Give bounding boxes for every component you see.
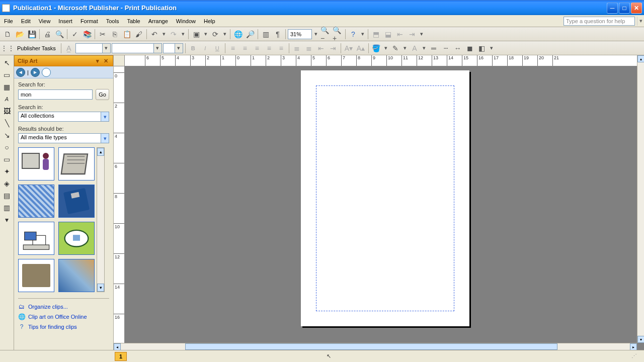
search-in-combo[interactable]: All collections ▾: [18, 112, 109, 122]
scroll-up-icon[interactable]: ▴: [637, 55, 644, 62]
menu-table[interactable]: Table: [123, 17, 144, 26]
menu-arrange[interactable]: Arrange: [144, 17, 172, 26]
open-icon[interactable]: 📂: [14, 29, 25, 40]
menu-help[interactable]: Help: [200, 17, 219, 26]
chevron-down-icon[interactable]: ▾: [102, 44, 110, 53]
menu-view[interactable]: View: [35, 17, 55, 26]
rotate-icon[interactable]: ⟳: [210, 29, 221, 40]
order-dropdown-icon[interactable]: ▾: [203, 29, 209, 40]
font-color-dropdown-icon[interactable]: ▾: [421, 43, 427, 54]
organize-clips-link[interactable]: 🗂 Organize clips...: [18, 302, 109, 312]
table-tool-icon[interactable]: ▦: [2, 81, 13, 93]
zoom-in-icon[interactable]: 🔍+: [332, 29, 343, 40]
help-icon[interactable]: ?: [348, 29, 359, 40]
autoshapes-tool-icon[interactable]: ✦: [2, 166, 13, 177]
font-color-icon[interactable]: A: [409, 43, 420, 54]
tips-link[interactable]: ? Tips for finding clips: [18, 322, 109, 332]
paste-icon[interactable]: 📋: [121, 29, 132, 40]
wordart-tool-icon[interactable]: A: [2, 94, 13, 105]
special-characters-icon[interactable]: ¶: [272, 29, 283, 40]
help-dropdown-icon[interactable]: ▾: [637, 17, 644, 26]
font-size-combo[interactable]: ▾: [163, 43, 183, 53]
print-icon[interactable]: 🖨: [42, 29, 53, 40]
fill-color-icon[interactable]: 🪣: [371, 43, 382, 54]
dash-style-icon[interactable]: ┄: [440, 43, 451, 54]
menu-insert[interactable]: Insert: [54, 17, 76, 26]
horizontal-ruler[interactable]: 6543210123456789101112131415161718192021: [125, 55, 637, 66]
help-search-box[interactable]: Type a question for help: [564, 17, 635, 26]
zoom-page-icon[interactable]: 🔎: [245, 29, 256, 40]
styles-icon[interactable]: A̲: [63, 43, 74, 54]
clip-result-8[interactable]: [58, 259, 95, 292]
chevron-down-icon[interactable]: ▾: [101, 134, 109, 143]
fill-dropdown-icon[interactable]: ▾: [383, 43, 389, 54]
undo-icon[interactable]: ↶: [149, 29, 160, 40]
scroll-down-icon[interactable]: ▾: [97, 284, 104, 292]
chevron-down-icon[interactable]: ▾: [175, 44, 183, 53]
increase-indent-icon[interactable]: ⇥: [328, 43, 339, 54]
print-preview-icon[interactable]: 🔍: [54, 29, 65, 40]
justify-icon[interactable]: ≡: [264, 43, 275, 54]
menu-file[interactable]: File: [0, 17, 17, 26]
redo-icon[interactable]: ↷: [168, 29, 179, 40]
style-combo[interactable]: ▾: [75, 43, 111, 53]
line-color-icon[interactable]: ✎: [390, 43, 401, 54]
pane-home-icon[interactable]: ⌂: [42, 68, 51, 77]
chevron-down-icon[interactable]: ▾: [101, 112, 109, 121]
italic-icon[interactable]: I: [200, 43, 211, 54]
redo-dropdown-icon[interactable]: ▾: [180, 29, 186, 40]
item-from-content-library-icon[interactable]: ▥: [2, 202, 13, 213]
design-gallery-tool-icon[interactable]: ▤: [2, 190, 13, 201]
decrease-indent-icon[interactable]: ⇤: [315, 43, 327, 54]
previous-frame-icon[interactable]: ⇤: [394, 29, 406, 40]
bring-to-front-icon[interactable]: ▣: [191, 29, 202, 40]
menu-window[interactable]: Window: [172, 17, 200, 26]
oval-tool-icon[interactable]: ○: [2, 142, 13, 153]
clip-result-3[interactable]: [18, 185, 54, 218]
close-button[interactable]: ✕: [631, 3, 642, 14]
web-preview-icon[interactable]: 🌐: [232, 29, 244, 40]
numbered-list-icon[interactable]: ≣: [291, 43, 302, 54]
clip-result-6[interactable]: [58, 222, 95, 255]
scroll-down-icon[interactable]: ▾: [637, 336, 644, 343]
arrow-tool-icon[interactable]: ↘: [2, 130, 13, 141]
pane-forward-icon[interactable]: ►: [31, 68, 40, 77]
bookmark-tool-icon[interactable]: ◈: [2, 178, 13, 189]
clip-art-online-link[interactable]: 🌐 Clip art on Office Online: [18, 312, 109, 322]
align-left-icon[interactable]: ≡: [227, 43, 238, 54]
pane-back-icon[interactable]: ◄: [16, 68, 25, 77]
clip-result-5[interactable]: [18, 222, 54, 255]
go-button[interactable]: Go: [96, 89, 109, 100]
vertical-ruler[interactable]: 0246810121416: [114, 66, 125, 343]
disconnect-frames-icon[interactable]: ⬓: [382, 29, 393, 40]
scroll-left-icon[interactable]: ◂: [114, 343, 121, 350]
save-icon[interactable]: 💾: [26, 29, 37, 40]
menu-tools[interactable]: Tools: [102, 17, 123, 26]
next-frame-icon[interactable]: ⇥: [407, 29, 418, 40]
search-input[interactable]: [18, 89, 93, 100]
workspace[interactable]: [125, 66, 637, 343]
chevron-down-icon[interactable]: ▾: [153, 44, 162, 53]
toolbar-options-2-icon[interactable]: ▾: [419, 29, 425, 40]
scroll-right-icon[interactable]: ▸: [630, 343, 637, 350]
bold-icon[interactable]: B: [188, 43, 199, 54]
distribute-icon[interactable]: ≡: [276, 43, 287, 54]
line-style-icon[interactable]: ═: [428, 43, 439, 54]
minimize-button[interactable]: ─: [607, 3, 618, 14]
research-icon[interactable]: 📚: [82, 29, 93, 40]
bulleted-list-icon[interactable]: ≣: [303, 43, 314, 54]
spelling-icon[interactable]: ✓: [69, 29, 80, 40]
more-tools-icon[interactable]: ▾: [2, 214, 13, 225]
connect-frames-icon[interactable]: ⬒: [370, 29, 381, 40]
copy-icon[interactable]: ⎘: [109, 29, 120, 40]
maximize-button[interactable]: □: [619, 3, 630, 14]
text-box-tool-icon[interactable]: ▭: [2, 69, 13, 80]
cut-icon[interactable]: ✂: [97, 29, 108, 40]
3d-icon[interactable]: ◧: [476, 43, 488, 54]
vertical-scrollbar[interactable]: ▴ ▾: [637, 55, 644, 343]
align-center-icon[interactable]: ≡: [239, 43, 251, 54]
zoom-dropdown-icon[interactable]: ▾: [313, 29, 319, 40]
columns-icon[interactable]: ▥: [260, 29, 271, 40]
underline-icon[interactable]: U: [212, 43, 223, 54]
pane-close-icon[interactable]: ✕: [102, 57, 110, 65]
